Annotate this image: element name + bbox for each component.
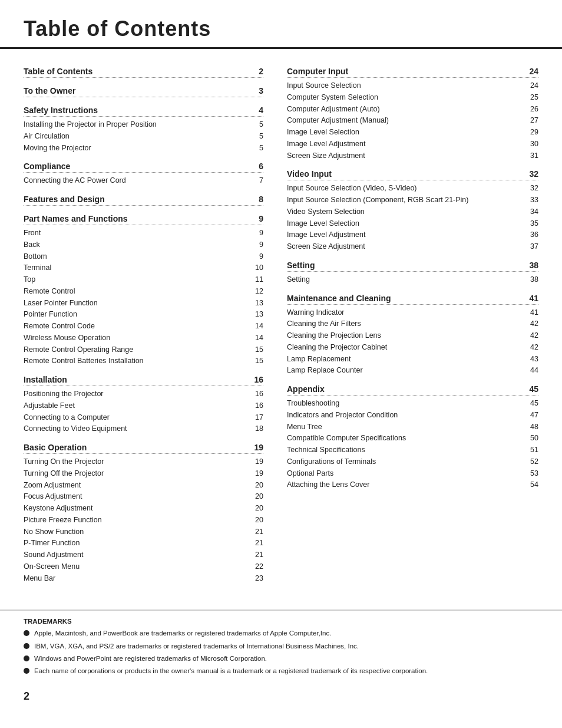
sub-item-label: Connecting the AC Power Cord xyxy=(24,175,126,186)
right-column: Computer Input24Input Source Selection24… xyxy=(281,67,538,592)
sub-item: Compatible Computer Specifications50 xyxy=(287,433,538,444)
sub-item: Pointer Function13 xyxy=(24,309,263,320)
sub-item-number: 33 xyxy=(524,195,538,206)
sub-item-number: 41 xyxy=(524,307,538,318)
sub-item-label: Computer Adjustment (Auto) xyxy=(287,104,380,115)
sub-item-number: 20 xyxy=(249,480,263,491)
sub-item-label: Image Level Selection xyxy=(287,127,359,138)
sub-item: Remote Control Code14 xyxy=(24,321,263,332)
sub-item-number: 21 xyxy=(249,538,263,549)
sub-item: Optional Parts53 xyxy=(287,468,538,479)
page-title: Table of Contents xyxy=(24,17,538,41)
footer-title: TRADEMARKS xyxy=(24,618,538,625)
sub-item-label: Front xyxy=(24,228,41,239)
sub-item-label: Terminal xyxy=(24,262,51,274)
section-header: Computer Input24 xyxy=(287,67,538,78)
sub-item-label: Adjustable Feet xyxy=(24,400,75,411)
sub-items: Connecting the AC Power Cord7 xyxy=(24,175,263,186)
sub-item: Top11 xyxy=(24,274,263,285)
section-header: Installation16 xyxy=(24,375,263,386)
sub-item-label: Turning On the Projector xyxy=(24,456,104,467)
sub-item-number: 20 xyxy=(249,503,263,514)
sub-item: Lamp Replace Counter44 xyxy=(287,365,538,376)
sub-item-number: 34 xyxy=(524,206,538,218)
sub-item-number: 50 xyxy=(524,433,538,444)
sub-item-label: Lamp Replacement xyxy=(287,354,351,365)
sub-item-number: 21 xyxy=(249,526,263,538)
sub-item-label: Remote Control Operating Range xyxy=(24,344,133,355)
sub-item-label: Video System Selection xyxy=(287,206,365,218)
toc-section: Compliance6Connecting the AC Power Cord7 xyxy=(24,162,263,186)
section-number: 45 xyxy=(524,384,538,394)
sub-item: Installing the Projector in Proper Posit… xyxy=(24,119,263,130)
section-number: 16 xyxy=(249,375,263,384)
footer-item: Each name of corporations or products in… xyxy=(24,666,538,676)
footer-text: IBM, VGA, XGA, and PS/2 are trademarks o… xyxy=(34,641,359,651)
sub-item-label: Focus Adjustment xyxy=(24,491,82,502)
sub-items: Installing the Projector in Proper Posit… xyxy=(24,119,263,153)
sub-item-label: Remote Control xyxy=(24,286,75,297)
sub-item-label: Sound Adjustment xyxy=(24,549,83,561)
sub-item: Turning Off the Projector19 xyxy=(24,468,263,479)
section-header: Basic Operation19 xyxy=(24,443,263,454)
sub-item-number: 38 xyxy=(524,274,538,285)
sub-item-label: Menu Bar xyxy=(24,573,55,584)
sub-item-number: 5 xyxy=(249,131,263,142)
bullet-icon xyxy=(24,630,29,636)
section-number: 6 xyxy=(249,162,263,171)
sub-item-number: 16 xyxy=(249,388,263,400)
sub-item-number: 31 xyxy=(524,150,538,162)
sub-item-label: Setting xyxy=(287,274,310,285)
sub-item: Sound Adjustment21 xyxy=(24,549,263,561)
sub-item-label: Top xyxy=(24,274,35,285)
sub-item-label: Input Source Selection (Component, RGB S… xyxy=(287,195,468,206)
sub-item: Warning Indicator41 xyxy=(287,307,538,318)
sub-item-number: 15 xyxy=(249,344,263,355)
section-number: 4 xyxy=(249,106,263,115)
sub-item-label: Configurations of Terminals xyxy=(287,456,376,467)
sub-item-number: 20 xyxy=(249,491,263,502)
section-header: Setting38 xyxy=(287,261,538,272)
sub-item-number: 9 xyxy=(249,228,263,239)
sub-item-number: 45 xyxy=(524,398,538,409)
sub-item-number: 19 xyxy=(249,468,263,479)
section-number: 9 xyxy=(249,214,263,223)
sub-item-label: Optional Parts xyxy=(287,468,333,479)
sub-item-label: Connecting to Video Equipment xyxy=(24,423,127,434)
sub-item-label: Image Level Adjustment xyxy=(287,139,365,150)
toc-section: Setting38Setting38 xyxy=(287,261,538,285)
sub-item: Image Level Selection29 xyxy=(287,127,538,138)
sub-item-number: 37 xyxy=(524,241,538,252)
sub-item-label: Remote Control Batteries Installation xyxy=(24,355,144,367)
sub-item: Image Level Selection35 xyxy=(287,218,538,229)
section-title: Part Names and Functions xyxy=(24,214,128,223)
sub-item: Remote Control12 xyxy=(24,286,263,297)
sub-item: Zoom Adjustment20 xyxy=(24,480,263,491)
toc-section: Features and Design8 xyxy=(24,195,263,206)
footer-text: Each name of corporations or products in… xyxy=(34,666,428,676)
content-area: Table of Contents2To the Owner3Safety In… xyxy=(0,49,562,604)
sub-item: P-Timer Function21 xyxy=(24,538,263,549)
section-title: Compliance xyxy=(24,162,70,171)
sub-item-label: Zoom Adjustment xyxy=(24,480,81,491)
sub-item-number: 30 xyxy=(524,139,538,150)
sub-item-number: 13 xyxy=(249,309,263,320)
section-header: Video Input32 xyxy=(287,169,538,180)
section-title: Appendix xyxy=(287,384,325,394)
toc-section: Computer Input24Input Source Selection24… xyxy=(287,67,538,161)
sub-items: Setting38 xyxy=(287,274,538,285)
sub-item: Picture Freeze Function20 xyxy=(24,515,263,526)
toc-section: Basic Operation19Turning On the Projecto… xyxy=(24,443,263,584)
sub-item-number: 5 xyxy=(249,119,263,130)
sub-item: Back9 xyxy=(24,239,263,251)
sub-item: Connecting to Video Equipment18 xyxy=(24,423,263,434)
sub-item-number: 18 xyxy=(249,423,263,434)
sub-item: Attaching the Lens Cover54 xyxy=(287,479,538,490)
sub-item-number: 23 xyxy=(249,573,263,584)
toc-section: Video Input32Input Source Selection (Vid… xyxy=(287,169,538,252)
sub-item-label: Input Source Selection (Video, S-Video) xyxy=(287,183,417,194)
section-header: Maintenance and Cleaning41 xyxy=(287,294,538,305)
sub-item: Menu Tree48 xyxy=(287,421,538,433)
footer-text: Apple, Macintosh, and PowerBook are trad… xyxy=(34,628,331,638)
section-header: Safety Instructions4 xyxy=(24,106,263,117)
